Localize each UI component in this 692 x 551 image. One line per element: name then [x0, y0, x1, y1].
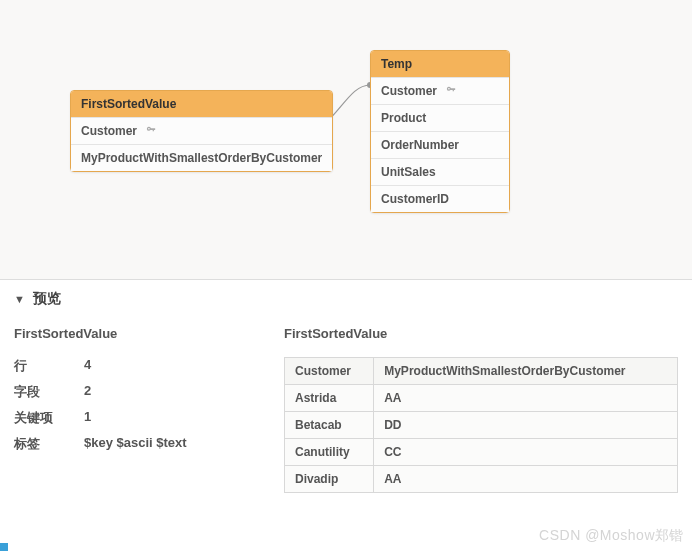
field-label: CustomerID: [381, 192, 449, 206]
table-cell: Canutility: [285, 439, 374, 466]
key-icon: [446, 85, 456, 97]
preview-toggle[interactable]: ▼ 预览: [0, 280, 692, 314]
table-firstsortedvalue[interactable]: FirstSortedValue Customer MyProductWithS…: [70, 90, 333, 172]
table-cell: CC: [374, 439, 678, 466]
table-cell: Astrida: [285, 385, 374, 412]
table-cell: AA: [374, 385, 678, 412]
preview-title: 预览: [33, 290, 61, 308]
table-row[interactable]: DivadipAA: [285, 466, 678, 493]
table-row[interactable]: AstridaAA: [285, 385, 678, 412]
stat-value: 1: [84, 409, 91, 427]
stat-row: 行4: [14, 357, 254, 375]
field-customer[interactable]: Customer: [371, 77, 509, 104]
field-ordernumber[interactable]: OrderNumber: [371, 131, 509, 158]
field-unitsales[interactable]: UnitSales: [371, 158, 509, 185]
field-label: UnitSales: [381, 165, 436, 179]
model-canvas: FirstSortedValue Customer MyProductWithS…: [0, 0, 692, 280]
stat-label: 标签: [14, 435, 84, 453]
table-row[interactable]: BetacabDD: [285, 412, 678, 439]
stats-title: FirstSortedValue: [14, 326, 254, 341]
corner-indicator: [0, 543, 8, 551]
field-label: Product: [381, 111, 426, 125]
field-customer[interactable]: Customer: [71, 117, 332, 144]
watermark: CSDN @Moshow郑锴: [539, 527, 684, 545]
field-label: Customer: [381, 84, 437, 98]
preview-stats: FirstSortedValue 行4字段2关键项1标签$key $ascii …: [14, 326, 254, 493]
table-temp[interactable]: Temp Customer Product OrderNumber UnitSa…: [370, 50, 510, 213]
field-label: Customer: [81, 124, 137, 138]
stat-value: $key $ascii $text: [84, 435, 187, 453]
preview-panel: FirstSortedValue 行4字段2关键项1标签$key $ascii …: [0, 314, 692, 505]
table-header: FirstSortedValue: [71, 91, 332, 117]
stat-label: 关键项: [14, 409, 84, 427]
column-header[interactable]: Customer: [285, 358, 374, 385]
table-header: Temp: [371, 51, 509, 77]
stat-label: 行: [14, 357, 84, 375]
column-header[interactable]: MyProductWithSmallestOrderByCustomer: [374, 358, 678, 385]
stat-row: 字段2: [14, 383, 254, 401]
table-cell: Betacab: [285, 412, 374, 439]
field-label: OrderNumber: [381, 138, 459, 152]
stat-row: 标签$key $ascii $text: [14, 435, 254, 453]
stat-row: 关键项1: [14, 409, 254, 427]
field-myproduct[interactable]: MyProductWithSmallestOrderByCustomer: [71, 144, 332, 171]
table-row[interactable]: CanutilityCC: [285, 439, 678, 466]
field-label: MyProductWithSmallestOrderByCustomer: [81, 151, 322, 165]
stat-label: 字段: [14, 383, 84, 401]
table-cell: AA: [374, 466, 678, 493]
chevron-down-icon: ▼: [14, 293, 25, 305]
stat-value: 4: [84, 357, 91, 375]
data-title: FirstSortedValue: [284, 326, 678, 341]
key-icon: [146, 125, 156, 137]
field-product[interactable]: Product: [371, 104, 509, 131]
preview-data: FirstSortedValue CustomerMyProductWithSm…: [284, 326, 678, 493]
table-cell: Divadip: [285, 466, 374, 493]
field-customerid[interactable]: CustomerID: [371, 185, 509, 212]
stat-value: 2: [84, 383, 91, 401]
data-table: CustomerMyProductWithSmallestOrderByCust…: [284, 357, 678, 493]
table-cell: DD: [374, 412, 678, 439]
